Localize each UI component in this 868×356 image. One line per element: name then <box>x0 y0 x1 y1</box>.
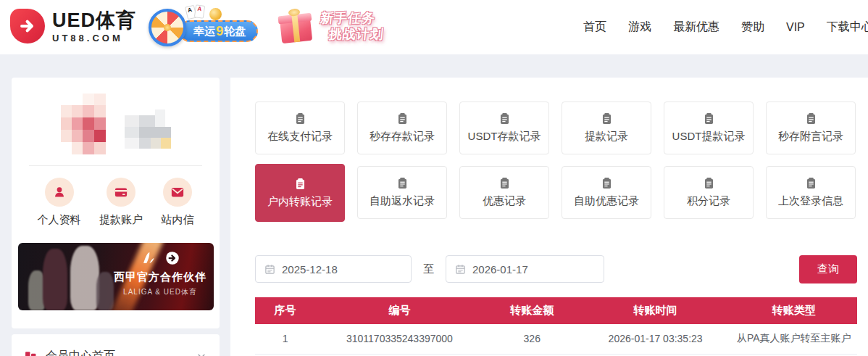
gold-coin-icon <box>209 8 222 20</box>
start-date-input[interactable]: 2025-12-18 <box>255 255 412 283</box>
laliga-partner-banner[interactable]: 西甲官方合作伙伴 LALIGA & UED体育 <box>18 243 214 310</box>
profile-card: 个人资料 提款账户 站内信 西甲官方合作伙伴 LALIGA & UED体 <box>12 78 220 328</box>
clipboard-icon <box>498 112 511 125</box>
cell-type: 从PA真人账户转至主账户 <box>730 324 857 354</box>
banner-subtitle: LALIGA & UED体育 <box>114 287 206 297</box>
quick-links: 个人资料 提款账户 站内信 <box>12 178 220 227</box>
tab-label: 户内转账记录 <box>267 195 333 209</box>
mail-icon <box>163 178 192 207</box>
search-button[interactable]: 查询 <box>799 255 857 283</box>
roulette-wheel-icon <box>149 9 186 46</box>
clipboard-icon <box>396 177 409 189</box>
clipboard-icon <box>396 112 409 125</box>
tab-label: 自助返水记录 <box>370 194 435 208</box>
top-header: UED体育 UT88.COM A A 幸运9轮盘 新手任务 挑战计划 首页 游戏… <box>0 0 868 54</box>
cell-time: 2026-01-17 03:35:23 <box>580 324 731 354</box>
player-silhouette <box>43 249 67 310</box>
tab-label: 自助优惠记录 <box>574 194 639 208</box>
cell-ref: 3101170335243397000 <box>315 324 484 354</box>
tab-label: 积分记录 <box>687 194 730 208</box>
clipboard-icon <box>703 177 715 189</box>
tab-quick-deposit-memo-records[interactable]: 秒存附言记录 <box>766 102 856 154</box>
tab-label: 上次登录信息 <box>778 194 843 208</box>
lucky-wheel-prefix: 幸运 <box>193 25 215 38</box>
quick-link-label: 站内信 <box>162 213 194 227</box>
tab-internal-transfer-records[interactable]: 户内转账记录 <box>255 164 345 222</box>
nav-item-games[interactable]: 游戏 <box>628 20 651 35</box>
newbie-task-banner[interactable]: 新手任务 挑战计划 <box>279 4 417 51</box>
clipboard-icon <box>703 112 715 125</box>
banner-content: 西甲官方合作伙伴 LALIGA & UED体育 <box>114 250 206 297</box>
nav-item-promotions[interactable]: 最新优惠 <box>673 20 719 35</box>
column-header-type: 转账类型 <box>730 297 857 324</box>
tab-quick-deposit-records[interactable]: 秒存存款记录 <box>357 102 447 154</box>
clipboard-icon <box>805 112 817 125</box>
player-silhouette <box>96 272 114 310</box>
nav-item-sponsorship[interactable]: 赞助 <box>741 20 764 35</box>
playing-card-icon: A <box>194 4 205 19</box>
user-icon <box>45 178 74 207</box>
main-nav: 首页 游戏 最新优惠 赞助 VIP 下载中心 <box>583 0 868 54</box>
clipboard-icon <box>601 112 613 125</box>
end-date-value: 2026-01-17 <box>472 263 528 276</box>
column-header-amount: 转账金额 <box>484 297 580 324</box>
tab-self-promotion-records[interactable]: 自助优惠记录 <box>562 166 651 219</box>
quick-link-label: 个人资料 <box>38 213 81 227</box>
tab-usdt-deposit-records[interactable]: USDT存款记录 <box>459 102 549 154</box>
column-header-time: 转账时间 <box>580 297 731 324</box>
logo-arrow-icon <box>10 9 45 44</box>
records-panel: 在线支付记录 秒存存款记录 USDT存款记录 提款记录 USDT提款记录 秒存附… <box>230 78 868 356</box>
table-row: 1 3101170335243397000 326 2026-01-17 03:… <box>255 324 857 354</box>
chevron-down-icon <box>196 351 206 356</box>
lucky-wheel-number: 9 <box>216 23 224 39</box>
lucky-wheel-banner[interactable]: A A 幸运9轮盘 <box>149 6 268 49</box>
logo-text: UED体育 UT88.COM <box>52 9 136 44</box>
tab-label: 秒存存款记录 <box>370 130 435 144</box>
clipboard-icon <box>601 177 613 189</box>
column-header-ref: 编号 <box>315 297 484 324</box>
quick-link-label: 提款账户 <box>99 213 143 227</box>
table-header-row: 序号 编号 转账金额 转账时间 转账类型 <box>255 297 857 324</box>
tab-label: 在线支付记录 <box>267 130 333 144</box>
nav-item-download[interactable]: 下载中心 <box>827 20 868 35</box>
avatar <box>61 94 171 156</box>
tab-usdt-withdrawal-records[interactable]: USDT提款记录 <box>664 102 754 154</box>
laliga-logo-icon <box>141 250 157 266</box>
tab-withdrawal-records[interactable]: 提款记录 <box>562 102 651 154</box>
divider <box>29 165 202 166</box>
start-date-value: 2025-12-18 <box>282 263 338 276</box>
date-filter: 2025-12-18 至 2026-01-17 <box>255 255 604 283</box>
calendar-icon <box>455 264 466 275</box>
newbie-task-line1: 新手任务 <box>320 10 386 26</box>
tab-label: 秒存附言记录 <box>778 130 843 144</box>
column-header-index: 序号 <box>255 297 315 324</box>
lucky-wheel-label: 幸运9轮盘 <box>179 20 258 42</box>
sidebar-item-label: 会员中心首页 <box>46 349 115 356</box>
tab-label: 提款记录 <box>585 130 628 144</box>
quick-link-profile[interactable]: 个人资料 <box>38 178 81 227</box>
clipboard-icon <box>805 177 817 189</box>
quick-link-messages[interactable]: 站内信 <box>162 178 194 227</box>
tab-self-rebate-records[interactable]: 自助返水记录 <box>357 166 447 219</box>
site-domain: UT88.COM <box>52 33 136 44</box>
cell-amount: 326 <box>484 324 580 354</box>
sidebar-item-member-center[interactable]: 会员中心首页 <box>12 334 220 356</box>
tab-online-payment-records[interactable]: 在线支付记录 <box>255 102 345 154</box>
banner-title: 西甲官方合作伙伴 <box>114 270 206 284</box>
quick-link-withdraw-account[interactable]: 提款账户 <box>99 178 143 227</box>
tab-last-login-info[interactable]: 上次登录信息 <box>766 166 856 219</box>
bank-card-icon <box>107 178 135 207</box>
nav-item-vip[interactable]: VIP <box>786 21 805 34</box>
tab-points-records[interactable]: 积分记录 <box>664 166 754 219</box>
site-logo[interactable]: UED体育 UT88.COM <box>10 9 136 44</box>
record-tabs: 在线支付记录 秒存存款记录 USDT存款记录 提款记录 USDT提款记录 秒存附… <box>255 102 856 222</box>
end-date-input[interactable]: 2026-01-17 <box>446 255 604 283</box>
ued-logo-icon <box>165 251 180 265</box>
cell-index: 1 <box>255 324 315 354</box>
clipboard-icon <box>294 112 306 125</box>
player-silhouette <box>70 246 99 310</box>
tab-label: USDT存款记录 <box>468 130 541 144</box>
gift-box-icon <box>277 9 314 44</box>
nav-item-home[interactable]: 首页 <box>583 20 606 35</box>
tab-promotion-records[interactable]: 优惠记录 <box>459 166 549 219</box>
